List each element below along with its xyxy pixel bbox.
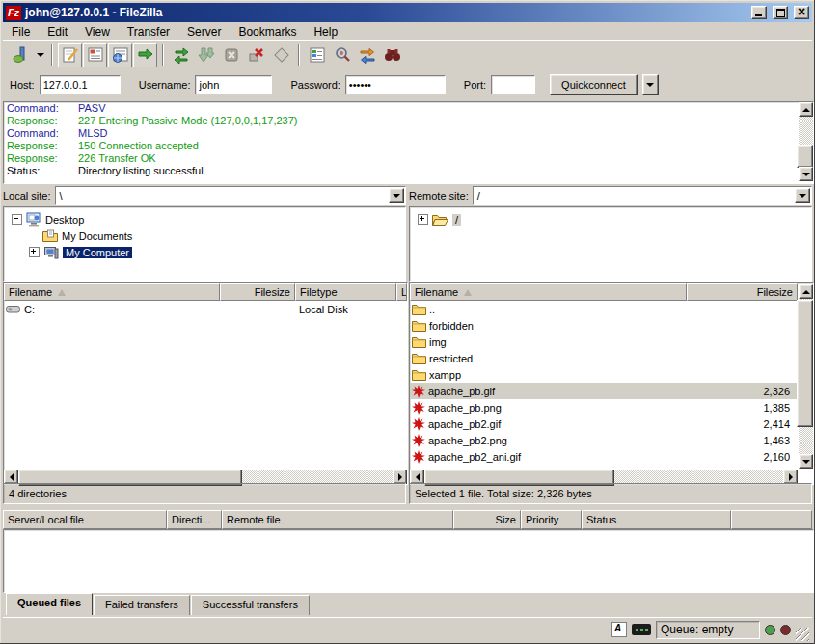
scroll-down-button[interactable]	[799, 454, 813, 469]
quickconnect-dropdown-button[interactable]	[642, 74, 659, 95]
tree-item-desktop[interactable]: Desktop	[4, 211, 405, 228]
column-filename[interactable]: Filename	[410, 283, 687, 301]
remote-site-combobox[interactable]: /	[473, 186, 812, 205]
image-file-icon	[412, 434, 425, 447]
column-filesize[interactable]: Filesize	[687, 283, 798, 301]
column-status[interactable]: Status	[582, 510, 731, 529]
chevron-down-icon	[393, 194, 400, 198]
port-input[interactable]	[491, 75, 535, 94]
column-server-local-file[interactable]: Server/Local file	[3, 510, 167, 529]
menu-help[interactable]: Help	[305, 24, 346, 40]
column-remote-file[interactable]: Remote file	[222, 510, 453, 529]
file-row-selected[interactable]: apache_pb.gif 2,326	[410, 383, 798, 399]
menu-transfer[interactable]: Transfer	[119, 24, 178, 40]
scroll-down-button[interactable]	[799, 167, 813, 181]
menubar: File Edit View Transfer Server Bookmarks…	[3, 23, 812, 40]
remote-site-dropdown-button[interactable]	[795, 188, 810, 203]
local-site-combobox[interactable]: \	[55, 186, 406, 205]
close-button[interactable]	[794, 6, 809, 19]
my-computer-icon	[43, 246, 59, 259]
reconnect-button[interactable]	[269, 43, 293, 67]
desktop-icon	[26, 212, 41, 227]
tree-expand-icon[interactable]	[29, 247, 40, 257]
file-row[interactable]: restricted	[410, 350, 798, 366]
column-filename[interactable]: Filename	[4, 283, 220, 301]
disconnect-button[interactable]	[244, 43, 268, 67]
local-site-dropdown-button[interactable]	[389, 188, 404, 203]
documents-folder-icon	[42, 229, 58, 242]
tree-expand-icon[interactable]	[418, 214, 428, 225]
menu-view[interactable]: View	[76, 24, 119, 40]
file-row[interactable]: apache_pb2.png 1,463	[410, 432, 798, 448]
remote-tree-view-icon	[112, 46, 129, 64]
log-scrollbar[interactable]	[799, 102, 813, 181]
scroll-up-button[interactable]	[799, 284, 813, 299]
process-queue-button[interactable]	[194, 43, 218, 67]
toolbar	[3, 40, 812, 68]
menu-edit[interactable]: Edit	[39, 24, 76, 40]
scrollbar-thumb[interactable]	[797, 300, 813, 427]
column-direction[interactable]: Directi...	[167, 510, 222, 529]
site-manager-dropdown-button[interactable]	[34, 43, 46, 67]
scroll-left-button[interactable]	[4, 470, 18, 484]
host-input[interactable]	[40, 75, 121, 94]
column-last-modified[interactable]: L	[396, 283, 407, 301]
minimize-button[interactable]	[751, 6, 767, 19]
tab-successful-transfers[interactable]: Successful transfers	[191, 595, 310, 615]
image-file-icon	[412, 417, 425, 431]
titlebar[interactable]: Fz john@127.0.0.1 - FileZilla	[3, 3, 812, 22]
tree-item-my-computer[interactable]: My Computer	[4, 244, 405, 260]
tree-item-my-documents[interactable]: My Documents	[4, 228, 405, 244]
file-row[interactable]: ..	[410, 301, 798, 317]
menu-file[interactable]: File	[3, 24, 39, 40]
remote-vertical-scrollbar[interactable]	[799, 284, 813, 469]
refresh-button[interactable]	[169, 43, 193, 67]
file-row[interactable]: forbidden	[410, 317, 798, 334]
quickconnect-button[interactable]: Quickconnect	[550, 74, 638, 95]
site-manager-button[interactable]	[9, 43, 33, 67]
filter-button[interactable]	[305, 43, 329, 67]
menu-server[interactable]: Server	[178, 24, 230, 40]
tab-failed-transfers[interactable]: Failed transfers	[94, 595, 190, 615]
directory-comparison-button[interactable]	[330, 43, 354, 67]
triangle-down-icon	[802, 173, 810, 176]
synchronized-browsing-button[interactable]	[355, 43, 379, 67]
file-row[interactable]: apache_pb.png 1,385	[410, 399, 798, 416]
scroll-left-button[interactable]	[410, 470, 424, 484]
local-horizontal-scrollbar[interactable]	[4, 470, 407, 484]
username-input[interactable]	[195, 75, 272, 94]
toggle-log-view-button[interactable]	[58, 43, 82, 67]
column-priority[interactable]: Priority	[521, 510, 582, 529]
resize-grip[interactable]	[796, 628, 809, 641]
tree-item-root[interactable]: /	[410, 211, 811, 228]
column-filesize[interactable]: Filesize	[220, 283, 295, 301]
maximize-button[interactable]	[773, 6, 788, 19]
cancel-operation-button[interactable]	[219, 43, 243, 67]
file-row[interactable]: img	[410, 334, 798, 350]
toggle-remote-tree-view-button[interactable]	[108, 43, 132, 67]
scrollbar-thumb[interactable]	[797, 145, 813, 168]
remote-horizontal-scrollbar[interactable]	[410, 470, 798, 484]
find-files-button[interactable]	[380, 43, 404, 67]
file-row[interactable]: xampp	[410, 366, 798, 383]
speed-limit-icon[interactable]	[632, 624, 651, 635]
file-row[interactable]: apache_pb2.gif 2,414	[410, 416, 798, 432]
toggle-local-tree-view-button[interactable]	[83, 43, 107, 67]
folder-icon	[412, 353, 426, 364]
remote-site-bar: Remote site: /	[409, 185, 812, 205]
column-size[interactable]: Size	[453, 510, 521, 529]
column-filetype[interactable]: Filetype	[295, 283, 396, 301]
password-input[interactable]	[345, 75, 446, 94]
drive-icon	[6, 304, 21, 314]
tree-collapse-icon[interactable]	[12, 214, 22, 225]
tab-queued-files[interactable]: Queued files	[6, 593, 93, 615]
scroll-right-button[interactable]	[393, 470, 407, 484]
file-row[interactable]: apache_pb2_ani.gif 2,160	[410, 448, 798, 465]
scroll-up-button[interactable]	[799, 102, 813, 117]
menu-bookmarks[interactable]: Bookmarks	[230, 24, 305, 40]
file-row-c-drive[interactable]: C: Local Disk	[4, 301, 407, 317]
transfer-type-icon[interactable]	[611, 622, 627, 637]
toggle-queue-view-button[interactable]	[133, 43, 157, 67]
tree-item-label: /	[452, 214, 461, 226]
scroll-right-button[interactable]	[783, 470, 798, 484]
